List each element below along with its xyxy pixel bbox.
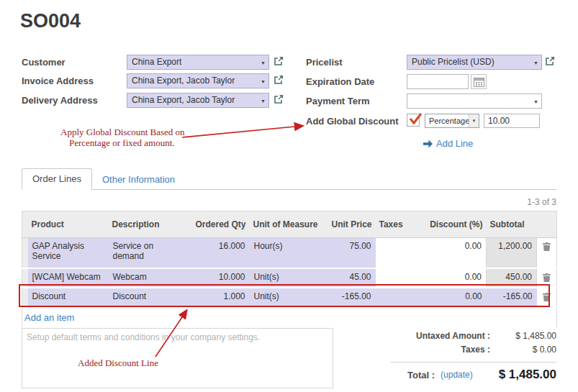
delete-row-button[interactable] <box>537 268 557 288</box>
cell-discount[interactable]: 0.00 <box>415 268 487 288</box>
discount-mode-value: Percentage <box>429 117 469 125</box>
chevron-down-icon[interactable]: ▼ <box>533 56 538 70</box>
expiration-date-input[interactable] <box>407 74 469 89</box>
payment-term-label: Payment Term <box>306 96 370 106</box>
totals-summary: Untaxed Amount : $ 1,485.00 Taxes : $ 0.… <box>366 331 556 382</box>
terms-conditions-textarea[interactable] <box>22 328 333 388</box>
cell-subtotal: 1,200.00 <box>487 238 537 268</box>
update-link[interactable]: (update) <box>441 370 473 380</box>
cell-product[interactable]: Discount <box>28 288 109 307</box>
external-link-icon[interactable] <box>274 75 284 88</box>
cell-uom[interactable]: Unit(s) <box>250 288 322 307</box>
pager: 1-3 of 3 <box>527 197 556 207</box>
chevron-down-icon[interactable]: ▼ <box>261 94 266 108</box>
arrow-right-icon <box>423 140 433 148</box>
pricelist-value: Public Pricelist (USD) <box>412 57 495 67</box>
order-lines-table: Product Description Ordered Qty Unit of … <box>22 211 557 329</box>
col-header-ordered-qty[interactable]: Ordered Qty <box>186 211 250 238</box>
cell-description[interactable]: Discount <box>109 288 186 307</box>
table-row: [WCAM] Webcam Webcam 10.000 Unit(s) 45.0… <box>22 268 557 288</box>
cell-ordered-qty[interactable]: 16.000 <box>186 238 250 268</box>
col-header-product[interactable]: Product <box>28 211 109 238</box>
total-row: Total : (update) $ 1,485.00 <box>366 368 556 382</box>
chevron-down-icon[interactable]: ▼ <box>261 56 266 70</box>
col-header-uom[interactable]: Unit of Measure <box>250 211 322 238</box>
payment-term-select[interactable]: ▼ <box>407 94 542 109</box>
customer-value: China Export <box>132 57 181 67</box>
pricelist-select[interactable]: Public Pricelist (USD) ▼ <box>407 55 542 70</box>
untaxed-amount-value: $ 1,485.00 <box>490 331 556 341</box>
cell-subtotal: 450.00 <box>487 268 537 288</box>
global-discount-checkbox[interactable] <box>407 114 420 127</box>
table-header-row: Product Description Ordered Qty Unit of … <box>22 211 557 238</box>
cell-subtotal: -165.00 <box>487 288 537 307</box>
cell-uom[interactable]: Hour(s) <box>250 238 322 268</box>
cell-taxes[interactable] <box>376 238 415 268</box>
cell-discount[interactable]: 0.00 <box>415 238 487 268</box>
tab-order-lines[interactable]: Order Lines <box>22 168 92 190</box>
trash-icon <box>543 273 551 282</box>
check-icon <box>408 112 423 125</box>
row-drag-handle[interactable] <box>22 288 28 307</box>
col-header-discount[interactable]: Discount (%) <box>415 211 487 238</box>
customer-label: Customer <box>22 57 66 68</box>
invoice-address-label: Invoice Address <box>22 76 94 86</box>
cell-ordered-qty[interactable]: 1.000 <box>186 288 250 307</box>
external-link-icon[interactable] <box>545 56 555 69</box>
cell-description[interactable]: Webcam <box>109 268 186 288</box>
invoice-address-select[interactable]: China Export, Jacob Taylor ▼ <box>127 73 269 88</box>
cell-description[interactable]: Service on demand <box>109 238 186 268</box>
cell-unit-price[interactable]: -165.00 <box>322 288 376 307</box>
total-value: $ 1,485.00 <box>499 368 556 382</box>
pricelist-label: Pricelist <box>306 57 343 68</box>
row-drag-handle[interactable] <box>22 268 28 288</box>
cell-ordered-qty[interactable]: 10.000 <box>186 268 250 288</box>
untaxed-amount-label: Untaxed Amount : <box>416 331 490 341</box>
table-row-discount: Discount Discount 1.000 Unit(s) -165.00 … <box>22 288 557 307</box>
col-header-taxes[interactable]: Taxes <box>376 211 415 238</box>
total-label: Total : <box>407 370 435 380</box>
chevron-down-icon[interactable]: ▼ <box>261 75 266 88</box>
chevron-down-icon[interactable]: ▼ <box>533 95 538 109</box>
calendar-icon[interactable] <box>471 74 487 89</box>
cell-unit-price[interactable]: 45.00 <box>322 268 376 288</box>
invoice-address-value: China Export, Jacob Taylor <box>132 76 235 86</box>
tab-other-information[interactable]: Other Information <box>92 170 185 190</box>
trash-icon <box>543 242 551 251</box>
col-header-unit-price[interactable]: Unit Price <box>322 211 376 238</box>
annotation-global-discount: Apply Global Discount Based on Percentag… <box>60 127 185 148</box>
taxes-label: Taxes : <box>461 345 490 355</box>
add-item-row: Add an item <box>22 307 557 328</box>
cell-product[interactable]: GAP Analysis Service <box>28 238 109 268</box>
cell-taxes[interactable] <box>376 268 415 288</box>
delete-row-button[interactable] <box>537 238 557 268</box>
trash-icon <box>543 293 551 301</box>
annotation-arrow-global-discount <box>182 126 302 137</box>
cell-taxes[interactable] <box>376 288 415 307</box>
delivery-address-select[interactable]: China Export, Jacob Taylor ▼ <box>127 93 269 108</box>
discount-mode-select[interactable]: Percentage ▼ <box>425 114 479 128</box>
page-title: SO004 <box>20 10 81 32</box>
untaxed-amount-row: Untaxed Amount : $ 1,485.00 <box>366 331 556 341</box>
customer-select[interactable]: China Export ▼ <box>127 55 269 70</box>
external-link-icon[interactable] <box>274 94 284 107</box>
row-drag-handle[interactable] <box>22 238 28 268</box>
col-header-description[interactable]: Description <box>109 211 186 238</box>
delivery-address-value: China Export, Jacob Taylor <box>132 95 235 105</box>
discount-amount-input[interactable] <box>484 114 540 128</box>
cell-unit-price[interactable]: 75.00 <box>322 238 376 268</box>
cell-uom[interactable]: Unit(s) <box>250 268 322 288</box>
taxes-row: Taxes : $ 0.00 <box>366 345 556 355</box>
col-header-subtotal[interactable]: Subtotal <box>487 211 537 238</box>
cell-discount[interactable]: 0.00 <box>415 288 487 307</box>
delivery-address-label: Delivery Address <box>22 95 98 106</box>
add-line-label: Add Line <box>436 138 473 149</box>
add-line-link[interactable]: Add Line <box>423 138 473 149</box>
delete-row-button[interactable] <box>537 288 557 307</box>
cell-product[interactable]: [WCAM] Webcam <box>28 268 109 288</box>
chevron-down-icon[interactable]: ▼ <box>469 114 479 127</box>
external-link-icon[interactable] <box>274 56 284 69</box>
expiration-date-label: Expiration Date <box>306 76 374 87</box>
add-global-discount-label: Add Global Discount <box>306 116 399 127</box>
add-an-item-link[interactable]: Add an item <box>24 312 74 323</box>
